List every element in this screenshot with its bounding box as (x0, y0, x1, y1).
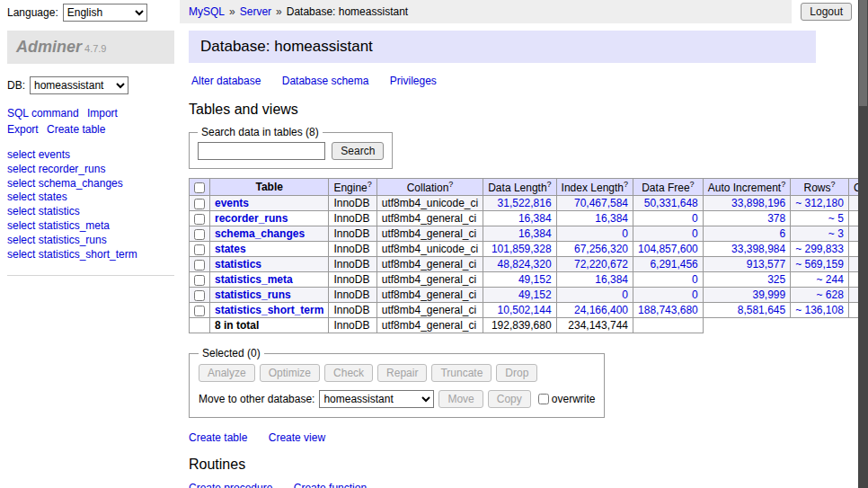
optimize-button[interactable]: Optimize (260, 364, 320, 382)
repair-button[interactable]: Repair (377, 364, 427, 382)
row-checkbox[interactable] (194, 229, 205, 240)
rows-link[interactable]: ~ 628 (817, 288, 844, 301)
auto-increment-link[interactable]: 913,577 (747, 258, 785, 271)
search-button[interactable]: Search (332, 142, 384, 160)
bottom-link-create-table[interactable]: Create table (189, 431, 247, 444)
index-length-link[interactable]: 16,384 (595, 212, 628, 225)
routine-link-create-procedure[interactable]: Create procedure (189, 482, 272, 488)
data-length-link[interactable]: 101,859,328 (492, 243, 552, 255)
data-free-link[interactable]: 6,291,456 (650, 258, 697, 271)
rows-link[interactable]: ~ 3 (828, 227, 844, 240)
data-length-link[interactable]: 48,824,320 (498, 258, 552, 271)
data-free-link[interactable]: 0 (692, 227, 698, 240)
table-link-recorder-runs[interactable]: recorder_runs (215, 212, 288, 225)
row-checkbox[interactable] (194, 214, 205, 225)
scrollbar-thumb[interactable] (859, 0, 867, 106)
db-action-alter-database[interactable]: Alter database (191, 75, 261, 87)
auto-increment-link[interactable]: 39,999 (752, 288, 785, 301)
data-free-link[interactable]: 50,331,648 (644, 197, 698, 209)
auto-increment-link[interactable]: 33,898,196 (731, 197, 785, 209)
routine-links: Create procedure Create function (189, 482, 816, 488)
auto-increment-link[interactable]: 33,398,984 (731, 243, 785, 255)
auto-increment-link[interactable]: 6 (779, 227, 785, 240)
data-free-link[interactable]: 0 (692, 212, 698, 225)
index-length-link[interactable]: 72,220,672 (574, 258, 628, 271)
rows-link[interactable]: ~ 312,180 (795, 197, 844, 209)
auto-increment-cell: 378 (703, 211, 790, 226)
sidebar-action-import[interactable]: Import (87, 107, 118, 120)
overwrite-control: overwrite (538, 393, 596, 405)
truncate-button[interactable]: Truncate (431, 364, 492, 382)
table-link-events[interactable]: events (215, 197, 249, 209)
check-button[interactable]: Check (324, 364, 373, 382)
index-length-link[interactable]: 24,166,400 (574, 304, 628, 316)
sidebar-item-select-statistics-meta[interactable]: select statistics_meta (7, 219, 174, 234)
data-free-link[interactable]: 0 (692, 288, 698, 301)
move-db-select[interactable]: homeassistant (319, 390, 434, 408)
data-free-link[interactable]: 0 (692, 273, 698, 286)
auto-increment-link[interactable]: 325 (767, 273, 785, 286)
row-checkbox[interactable] (194, 306, 205, 316)
index-length-link[interactable]: 0 (622, 227, 628, 240)
search-input[interactable] (198, 142, 325, 160)
table-link-statistics-runs[interactable]: statistics_runs (215, 288, 291, 301)
sidebar-item-select-statistics-runs[interactable]: select statistics_runs (7, 234, 174, 248)
rows-link[interactable]: ~ 569,159 (795, 258, 844, 271)
sidebar-item-select-states[interactable]: select states (7, 191, 174, 205)
row-checkbox[interactable] (194, 260, 205, 271)
copy-button[interactable]: Copy (488, 390, 531, 408)
breadcrumb-link-server[interactable]: Server (240, 5, 271, 18)
index-length-link[interactable]: 67,256,320 (574, 243, 628, 255)
table-link-statistics[interactable]: statistics (215, 258, 261, 271)
index-length-link[interactable]: 0 (622, 288, 628, 301)
table-link-states[interactable]: states (215, 243, 246, 255)
breadcrumb-link-mysql[interactable]: MySQL (189, 5, 225, 18)
rows-link[interactable]: ~ 299,833 (795, 243, 844, 255)
data-length-link[interactable]: 49,152 (518, 288, 552, 301)
sidebar-item-select-schema-changes[interactable]: select schema_changes (7, 177, 174, 191)
routine-link-create-function[interactable]: Create function (294, 482, 367, 488)
sidebar-action-export[interactable]: Export (7, 123, 39, 136)
data-length-link[interactable]: 31,522,816 (498, 197, 552, 209)
language-select[interactable]: English (63, 4, 147, 22)
rows-link[interactable]: ~ 5 (828, 212, 844, 225)
auto-increment-link[interactable]: 8,581,645 (738, 304, 785, 316)
db-action-database-schema[interactable]: Database schema (282, 75, 369, 87)
sidebar-item-select-events[interactable]: select events (7, 148, 174, 163)
drop-button[interactable]: Drop (496, 364, 537, 382)
row-checkbox[interactable] (194, 290, 205, 301)
data-free-link[interactable]: 104,857,600 (638, 243, 698, 255)
sidebar-item-select-statistics-short-term[interactable]: select statistics_short_term (7, 248, 174, 262)
rows-link[interactable]: ~ 136,108 (795, 304, 844, 316)
data-length-link[interactable]: 16,384 (518, 227, 552, 240)
auto-increment-link[interactable]: 378 (767, 212, 785, 225)
analyze-button[interactable]: Analyze (199, 364, 255, 382)
row-checkbox[interactable] (194, 199, 205, 209)
bottom-link-create-view[interactable]: Create view (269, 431, 325, 444)
data-length-link[interactable]: 49,152 (518, 273, 552, 286)
app-logo-link[interactable]: Adminer (16, 38, 82, 56)
overwrite-checkbox[interactable] (538, 394, 549, 404)
table-link-schema-changes[interactable]: schema_changes (215, 227, 305, 240)
totals-row: 8 in total InnoDB utf8mb4_general_ci 192… (190, 318, 868, 333)
table-link-statistics-meta[interactable]: statistics_meta (215, 273, 293, 286)
data-length-link[interactable]: 10,502,144 (498, 304, 552, 316)
sidebar-item-select-statistics[interactable]: select statistics (7, 205, 174, 219)
db-select[interactable]: homeassistant (30, 76, 128, 94)
rows-link[interactable]: ~ 244 (817, 273, 844, 286)
data-length-link[interactable]: 16,384 (518, 212, 552, 225)
row-checkbox[interactable] (194, 275, 205, 286)
db-action-privileges[interactable]: Privileges (390, 75, 437, 87)
sidebar-action-sql-command[interactable]: SQL command (7, 107, 79, 120)
row-checkbox[interactable] (194, 244, 205, 255)
table-link-statistics-short-term[interactable]: statistics_short_term (215, 304, 323, 316)
move-button[interactable]: Move (438, 390, 483, 408)
select-all-checkbox[interactable] (194, 182, 205, 193)
logout-button[interactable]: Logout (801, 3, 852, 21)
data-free-link[interactable]: 188,743,680 (638, 304, 698, 316)
index-length-link[interactable]: 70,467,584 (574, 197, 628, 209)
vertical-scrollbar[interactable] (858, 0, 868, 488)
index-length-link[interactable]: 16,384 (595, 273, 628, 286)
sidebar-action-create-table[interactable]: Create table (47, 123, 105, 136)
sidebar-item-select-recorder-runs[interactable]: select recorder_runs (7, 163, 174, 177)
